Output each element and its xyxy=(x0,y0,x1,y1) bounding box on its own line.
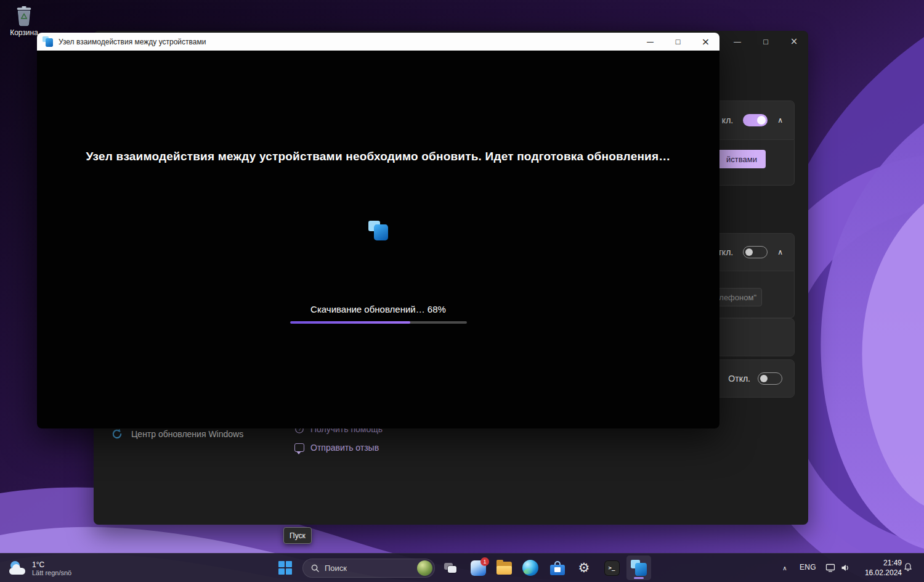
start-tooltip: Пуск xyxy=(283,527,312,544)
badged-app-button[interactable]: 1 xyxy=(466,555,490,580)
folder-icon xyxy=(496,562,512,574)
file-explorer-button[interactable] xyxy=(492,555,516,580)
toggle-state-label: ткл. xyxy=(718,247,733,257)
settings-close-button[interactable]: × xyxy=(780,32,808,51)
send-feedback-link[interactable]: Отправить отзыв xyxy=(294,443,379,453)
toggle-switch[interactable] xyxy=(758,372,782,385)
clock-date: 16.02.2024 xyxy=(857,568,902,578)
dialog-title: Узел взаимодействия между устройствами xyxy=(59,38,206,46)
toggle-state-label: Откл. xyxy=(728,374,750,383)
windows-update-label: Центр обновления Windows xyxy=(131,429,243,439)
toggle-state-label: кл. xyxy=(722,115,733,125)
settings-maximize-button[interactable]: □ xyxy=(752,32,780,51)
search-label: Поиск xyxy=(325,564,347,573)
notification-badge: 1 xyxy=(480,557,489,566)
dialog-maximize-button[interactable]: □ xyxy=(664,33,692,51)
active-app-indicator xyxy=(634,577,644,579)
clock[interactable]: 21:49 16.02.2024 xyxy=(857,558,902,578)
taskbar: 1°C Lätt regn/snö Поиск 1 xyxy=(0,553,924,582)
notification-bell-icon[interactable] xyxy=(903,562,913,575)
chevron-up-icon[interactable]: ∧ xyxy=(777,116,783,125)
feedback-icon xyxy=(294,443,304,452)
store-button[interactable] xyxy=(545,555,570,580)
search-icon xyxy=(310,564,320,573)
tray-chevron-up-icon[interactable]: ∧ xyxy=(777,561,792,575)
dialog-message: Узел взаимодействия между устройствами н… xyxy=(62,150,695,163)
clock-time: 21:49 xyxy=(857,558,902,568)
dialog-caption-buttons: — □ × xyxy=(636,33,719,51)
phone-link-button[interactable] xyxy=(626,555,651,580)
desktop: Корзина — □ × кл. ∧ йствами ткл. ∧ лефон… xyxy=(0,0,924,582)
recycle-bin[interactable]: Корзина xyxy=(7,5,41,37)
edge-button[interactable] xyxy=(518,555,543,580)
store-icon xyxy=(550,561,565,575)
weather-temperature: 1°C xyxy=(32,560,71,569)
dialog-body: Узел взаимодействия между устройствами н… xyxy=(37,51,719,428)
settings-caption-buttons: — □ × xyxy=(723,32,808,51)
dialog-progress-bar xyxy=(290,321,467,324)
search-highlight-thumbnail[interactable] xyxy=(417,560,432,576)
send-feedback-label: Отправить отзыв xyxy=(310,443,379,453)
windows-update-link[interactable]: Центр обновления Windows xyxy=(111,428,243,440)
toggle-switch[interactable] xyxy=(743,246,768,258)
chevron-up-icon[interactable]: ∧ xyxy=(777,248,783,256)
start-button[interactable] xyxy=(273,555,298,580)
terminal-icon: >_ xyxy=(604,560,620,576)
toggle-switch[interactable] xyxy=(743,114,768,126)
phone-link-icon xyxy=(43,36,53,47)
dialog-minimize-button[interactable]: — xyxy=(636,33,664,51)
task-view-button[interactable] xyxy=(438,555,463,580)
search-box[interactable]: Поиск xyxy=(302,559,435,578)
dialog-progress-text: Скачивание обновлений… 68% xyxy=(37,304,719,314)
weather-widget[interactable]: 1°C Lätt regn/snö xyxy=(5,557,75,580)
dialog-titlebar[interactable]: Узел взаимодействия между устройствами —… xyxy=(37,33,719,51)
settings-minimize-button[interactable]: — xyxy=(723,32,752,51)
task-view-icon xyxy=(444,563,457,573)
weather-icon xyxy=(9,560,27,576)
phone-link-app-icon xyxy=(368,221,388,240)
phone-link-icon xyxy=(631,560,647,576)
network-icon[interactable] xyxy=(825,563,836,575)
update-dialog: Узел взаимодействия между устройствами —… xyxy=(37,33,719,428)
recycle-bin-icon xyxy=(14,5,34,27)
volume-icon[interactable] xyxy=(840,563,850,575)
terminal-button[interactable]: >_ xyxy=(599,555,624,580)
dialog-close-button[interactable]: × xyxy=(692,33,719,51)
settings-button[interactable]: ⚙ xyxy=(572,555,596,580)
gear-icon: ⚙ xyxy=(578,562,590,575)
recycle-bin-label: Корзина xyxy=(10,28,38,37)
windows-logo-icon xyxy=(278,561,292,575)
edge-icon xyxy=(522,560,538,576)
weather-condition: Lätt regn/snö xyxy=(32,569,71,577)
windows-update-icon xyxy=(111,428,123,440)
language-indicator[interactable]: ENG xyxy=(800,563,816,572)
dialog-progress-fill xyxy=(290,321,410,324)
